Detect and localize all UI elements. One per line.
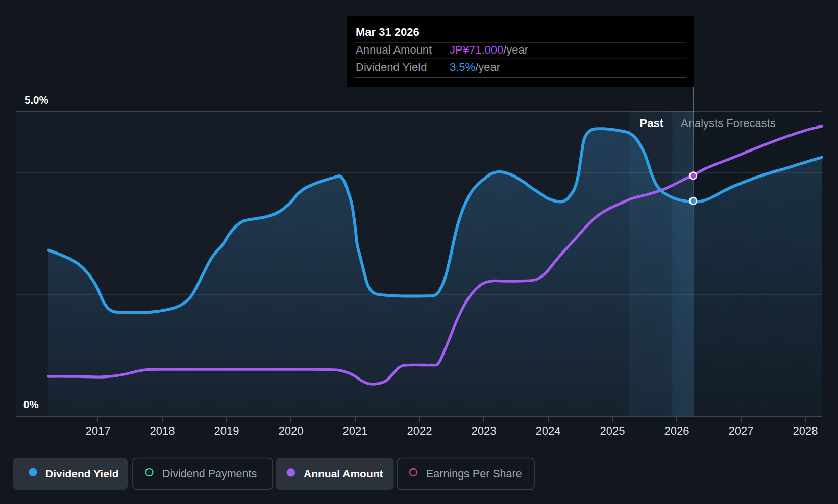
svg-text:JP¥71.000/year: JP¥71.000/year [450, 43, 528, 56]
svg-text:2017: 2017 [86, 424, 111, 437]
svg-text:2025: 2025 [600, 424, 625, 437]
svg-text:Past: Past [640, 117, 664, 130]
svg-text:Dividend Yield: Dividend Yield [45, 468, 119, 480]
svg-text:Earnings Per Share: Earnings Per Share [426, 468, 522, 480]
svg-text:Dividend Yield: Dividend Yield [356, 61, 427, 73]
svg-text:2023: 2023 [472, 424, 497, 437]
svg-text:3.5%/year: 3.5%/year [450, 61, 500, 73]
svg-text:2026: 2026 [664, 424, 689, 437]
svg-text:2022: 2022 [407, 424, 432, 437]
svg-text:Dividend Payments: Dividend Payments [162, 468, 257, 480]
svg-text:2020: 2020 [279, 424, 304, 437]
svg-text:2028: 2028 [793, 424, 818, 437]
svg-text:Analysts Forecasts: Analysts Forecasts [681, 117, 776, 130]
svg-text:2018: 2018 [150, 424, 175, 437]
svg-text:2027: 2027 [729, 424, 754, 437]
svg-text:2024: 2024 [536, 424, 561, 437]
svg-text:5.0%: 5.0% [24, 94, 48, 106]
svg-text:0%: 0% [23, 398, 39, 410]
svg-text:Annual Amount: Annual Amount [304, 468, 383, 480]
svg-text:2021: 2021 [343, 424, 368, 437]
svg-text:Mar 31 2026: Mar 31 2026 [356, 26, 420, 38]
svg-text:2019: 2019 [214, 424, 239, 437]
svg-text:Annual Amount: Annual Amount [356, 43, 432, 56]
